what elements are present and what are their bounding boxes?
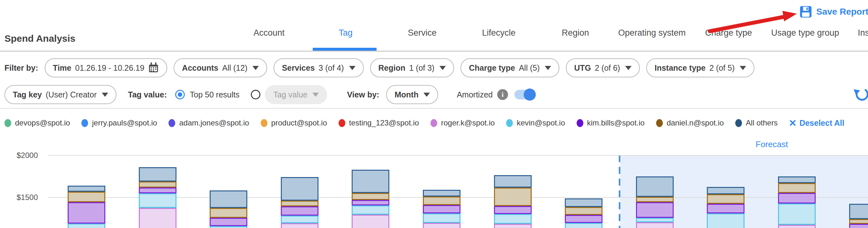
header-divider — [0, 51, 868, 51]
active-tab-underline — [313, 48, 377, 51]
bar-11-segment-daniel[interactable] — [778, 183, 816, 193]
pill-value: 2 (of 5) — [709, 63, 735, 73]
tag-key-pill[interactable]: Tag key (User) Creator — [4, 85, 117, 104]
bar-11-segment-all_others[interactable] — [778, 177, 816, 183]
tag-key-pill-label: Tag key — [13, 90, 42, 99]
bar-4-segment-all_others[interactable] — [281, 177, 318, 201]
tab-operating-system[interactable]: Operating system — [614, 28, 690, 38]
accounts-filter-pill[interactable]: AccountsAll (12) — [174, 58, 267, 77]
bar-1-segment-kim[interactable] — [68, 202, 105, 224]
bar-2-segment-roger[interactable] — [139, 208, 177, 228]
tab-inst[interactable]: Inst — [843, 28, 868, 38]
bar-7-segment-daniel[interactable] — [494, 188, 532, 206]
charge-type-filter-pill[interactable]: Charge typeAll (5) — [461, 58, 559, 77]
legend-item[interactable]: adam.jones@spot.io — [168, 118, 249, 127]
bar-9-segment-all_others[interactable] — [636, 177, 674, 196]
utg-filter-pill[interactable]: UTG2 (of 6) — [566, 58, 640, 77]
legend-item[interactable]: All others — [735, 118, 778, 127]
bar-9-segment-kevin[interactable] — [636, 218, 674, 223]
caret-down-icon — [625, 66, 631, 70]
pill-label: Region — [378, 63, 406, 73]
bar-7-segment-all_others[interactable] — [494, 175, 532, 187]
services-filter-pill[interactable]: Services3 (of 4) — [274, 58, 364, 77]
bar-3-segment-kevin[interactable] — [210, 226, 247, 228]
instance-type-filter-pill[interactable]: Instance type2 (of 5) — [646, 58, 754, 77]
bar-8-segment-kim[interactable] — [565, 215, 602, 223]
bar-4-segment-daniel[interactable] — [281, 201, 318, 206]
top-50-results-radio[interactable] — [175, 90, 185, 99]
deselect-all-button[interactable]: Deselect All — [789, 118, 844, 128]
legend-dot-icon — [431, 119, 437, 127]
bar-5-segment-kim[interactable] — [352, 200, 389, 205]
bar-5-segment-all_others[interactable] — [352, 170, 389, 193]
bar-11-segment-kim[interactable] — [778, 193, 816, 203]
bar-9-segment-daniel[interactable] — [636, 197, 674, 202]
bar-2-segment-all_others[interactable] — [139, 167, 177, 182]
bar-5-segment-kevin[interactable] — [352, 205, 389, 215]
info-icon[interactable]: i — [497, 89, 508, 100]
bar-11-segment-roger[interactable] — [778, 225, 816, 228]
bar-10-segment-kim[interactable] — [707, 204, 744, 213]
bar-1-segment-kevin[interactable] — [68, 224, 105, 228]
view-by-pill[interactable]: Month — [386, 85, 438, 104]
amortized-label: Amortized — [457, 90, 493, 99]
bar-12-segment-daniel[interactable] — [849, 219, 868, 224]
legend-item[interactable]: roger.k@spot.io — [431, 118, 495, 127]
legend-item[interactable]: kevin@spot.io — [506, 118, 565, 127]
bar-5-segment-daniel[interactable] — [352, 193, 389, 200]
tab-lifecycle[interactable]: Lifecycle — [461, 28, 537, 38]
bar-7-segment-kevin[interactable] — [494, 214, 532, 224]
reset-filters-button[interactable] — [853, 85, 868, 104]
tag-value-radio[interactable] — [251, 90, 260, 99]
gridline — [48, 155, 868, 156]
bar-12-segment-kim[interactable] — [849, 224, 868, 228]
bar-6-segment-kim[interactable] — [423, 205, 461, 213]
bar-2-segment-daniel[interactable] — [139, 182, 177, 188]
bar-10-segment-kevin[interactable] — [707, 213, 744, 228]
tab-region[interactable]: Region — [537, 28, 614, 38]
bar-7-segment-kim[interactable] — [494, 206, 532, 214]
region-filter-pill[interactable]: Region1 (of 3) — [370, 58, 455, 77]
bar-2-segment-kevin[interactable] — [139, 193, 177, 208]
bar-3-segment-all_others[interactable] — [210, 190, 247, 208]
bar-8-segment-all_others[interactable] — [565, 198, 602, 207]
bar-11-segment-kevin[interactable] — [778, 203, 816, 225]
bar-10-segment-daniel[interactable] — [707, 194, 744, 204]
filter-row-1: Filter by: Time01.26.19 - 10.26.19Accoun… — [4, 58, 754, 78]
time-filter-pill[interactable]: Time01.26.19 - 10.26.19 — [45, 58, 167, 77]
bar-4-segment-kevin[interactable] — [281, 216, 318, 223]
bar-7-segment-roger[interactable] — [494, 224, 532, 228]
bar-3-segment-daniel[interactable] — [210, 208, 247, 218]
legend-item[interactable]: kim.bills@spot.io — [577, 118, 645, 127]
legend-item[interactable]: product@spot.io — [261, 118, 327, 127]
tab-service[interactable]: Service — [384, 28, 461, 38]
legend-label: daniel.n@spot.io — [666, 118, 724, 127]
bar-1-segment-all_others[interactable] — [68, 186, 105, 192]
bar-9-segment-kim[interactable] — [636, 202, 674, 218]
legend-item[interactable]: jerry.pauls@spot.io — [82, 118, 157, 127]
bar-8-segment-daniel[interactable] — [565, 207, 602, 215]
bar-6-segment-daniel[interactable] — [423, 196, 461, 205]
amortized-toggle[interactable] — [515, 90, 535, 99]
tag-value-pill: Tag value — [265, 85, 327, 104]
bar-9-segment-roger[interactable] — [636, 222, 674, 228]
bar-8-segment-kevin[interactable] — [565, 223, 602, 228]
tab-tag[interactable]: Tag — [307, 28, 384, 38]
legend-item[interactable]: devops@spot.io — [4, 118, 70, 127]
bar-1-segment-daniel[interactable] — [68, 192, 105, 202]
bar-4-segment-roger[interactable] — [281, 223, 318, 228]
bar-4-segment-kim[interactable] — [281, 206, 318, 216]
bar-6-segment-kevin[interactable] — [423, 213, 461, 223]
bar-10-segment-all_others[interactable] — [707, 187, 744, 194]
bar-2-segment-kim[interactable] — [139, 188, 177, 193]
bar-6-segment-roger[interactable] — [423, 223, 461, 228]
tab-account[interactable]: Account — [231, 28, 307, 38]
save-report-button[interactable]: Save Report — [800, 6, 868, 18]
bar-12-segment-all_others[interactable] — [849, 204, 868, 219]
legend-label: product@spot.io — [271, 118, 327, 127]
bar-3-segment-kim[interactable] — [210, 218, 247, 226]
legend-item[interactable]: daniel.n@spot.io — [656, 118, 724, 127]
legend-item[interactable]: testing_123@spot.io — [339, 118, 419, 127]
bar-6-segment-all_others[interactable] — [423, 190, 461, 196]
bar-5-segment-roger[interactable] — [352, 215, 389, 228]
